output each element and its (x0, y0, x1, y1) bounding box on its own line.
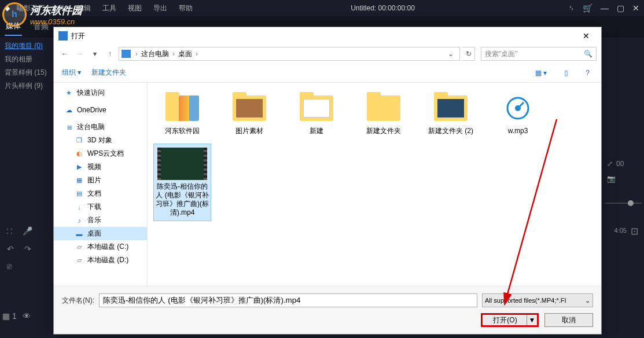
menu-help[interactable]: 帮助 (174, 2, 197, 14)
file-item-selected[interactable]: 陈奕迅-相信你的人 (电影《银河补习班》推广曲)(标清).mp4 (153, 144, 211, 221)
tree-disk-c[interactable]: ▱本地磁盘 (C:) (54, 240, 147, 254)
zoom-slider-track[interactable] (605, 203, 642, 204)
tree-music[interactable]: ♪音乐 (54, 214, 147, 227)
cancel-button[interactable]: 取消 (544, 313, 593, 327)
marker-icon[interactable]: ⎚ (7, 262, 12, 271)
tab-media[interactable]: 媒体 (5, 17, 22, 36)
pc-icon (122, 50, 131, 58)
music-icon: ♪ (75, 216, 84, 225)
crop-icon[interactable]: ⸬ (7, 226, 12, 236)
filename-label: 文件名(N): (62, 296, 94, 306)
tree-downloads[interactable]: ↓下载 (54, 200, 147, 214)
undo-icon[interactable]: ↶ (7, 244, 14, 254)
sidebar-bg-sample[interactable]: 背景样例 (15) (5, 66, 49, 79)
tab-audio[interactable]: 音频 (32, 18, 50, 35)
disk-icon: ▱ (75, 243, 84, 251)
eye-icon[interactable]: 👁 (23, 311, 31, 321)
minimize-icon[interactable]: — (601, 3, 609, 13)
tree-wps[interactable]: ◐WPS云文档 (54, 147, 147, 160)
media-sidebar: 我的项目 (0) 我的相册 背景样例 (15) 片头样例 (9) (0, 37, 53, 95)
file-item[interactable]: 新建文件夹 (2) (422, 89, 480, 139)
file-item[interactable]: 河东软件园 (153, 89, 211, 139)
open-button[interactable]: 打开(O) ▼ (481, 313, 539, 327)
nav-back-icon[interactable]: ← (58, 47, 71, 60)
tree-pictures[interactable]: ▦图片 (54, 174, 147, 187)
left-tool-column: ⸬🎤 ↶↷ ⎚ (2, 222, 52, 275)
nav-recent-icon[interactable]: ▾ (89, 47, 101, 60)
sidebar-my-project[interactable]: 我的项目 (0) (5, 39, 49, 53)
menu-export[interactable]: 导出 (149, 2, 172, 14)
file-item[interactable]: 图片素材 (220, 89, 278, 139)
camera-icon[interactable]: 📷 (607, 175, 616, 183)
tree-video[interactable]: ▶视频 (54, 160, 147, 174)
tree-this-pc[interactable]: 🖥这台电脑 (54, 120, 147, 134)
redo-icon[interactable]: ↷ (24, 244, 31, 254)
sidebar-header-sample[interactable]: 片头样例 (9) (5, 79, 49, 93)
file-label: 河东软件园 (165, 127, 200, 135)
desktop-icon: ▬ (75, 230, 84, 238)
layers-icon[interactable]: ▦ 1 (2, 311, 17, 321)
chevron-right-icon[interactable]: › (171, 50, 176, 58)
tree-onedrive[interactable]: ☁OneDrive (54, 104, 147, 116)
new-folder-button[interactable]: 新建文件夹 (91, 68, 126, 78)
nav-up-icon[interactable]: ↑ (104, 47, 116, 60)
cloud-icon: ☁ (64, 106, 73, 114)
menu-file[interactable]: 文件 (47, 2, 70, 14)
maximize-icon[interactable]: ▢ (617, 3, 624, 13)
menu-view[interactable]: 视图 (123, 2, 146, 14)
folder-tree: ★快速访问 ☁OneDrive 🖥这台电脑 ❒3D 对象 ◐WPS云文档 ▶视频… (54, 83, 148, 286)
dialog-nav: ← → ▾ ↑ › 这台电脑 › 桌面 › ⌄ ↻ 搜索"桌面" 🔍 (54, 45, 601, 63)
dialog-toolbar: 组织 ▾ 新建文件夹 ▦ ▾ ▯ ? (54, 63, 601, 83)
view-mode-icon[interactable]: ▦ ▾ (532, 68, 550, 78)
file-item[interactable]: 新建 (288, 89, 345, 139)
search-input[interactable]: 搜索"桌面" 🔍 (481, 47, 597, 61)
refresh-icon[interactable]: ↻ (462, 47, 475, 61)
open-dropdown-icon[interactable]: ▼ (527, 315, 537, 325)
search-placeholder: 搜索"桌面" (485, 49, 518, 59)
app-menubar: ◆ 喵影工厂 文件 编辑 工具 视图 导出 帮助 Untitled: 00:00… (0, 0, 644, 16)
user-icon[interactable]: ␌ (568, 3, 575, 13)
download-icon: ↓ (75, 203, 84, 211)
filename-input[interactable] (99, 293, 477, 307)
preview-pane-icon[interactable]: ▯ (561, 68, 572, 78)
sidebar-my-album[interactable]: 我的相册 (5, 53, 49, 66)
expand-icon[interactable]: ⤢ (607, 160, 613, 168)
mic-icon[interactable]: 🎤 (23, 226, 32, 236)
file-label: 新建 (310, 127, 323, 135)
close-app-icon[interactable]: ✕ (632, 3, 639, 13)
file-item[interactable]: w.mp3 (489, 89, 547, 139)
pc-tree-icon: 🖥 (64, 123, 73, 131)
help-icon[interactable]: ? (582, 68, 593, 78)
organize-button[interactable]: 组织 ▾ (62, 68, 81, 78)
dialog-icon (58, 31, 68, 41)
cart-icon[interactable]: 🛒 (583, 3, 593, 13)
file-grid: 河东软件园 图片素材 新建 新建文件夹 新建文件夹 (2) (148, 83, 601, 286)
menu-edit[interactable]: 编辑 (72, 2, 95, 14)
tree-disk-d[interactable]: ▱本地磁盘 (D:) (54, 254, 147, 267)
nav-forward-icon[interactable]: → (73, 47, 86, 60)
star-icon: ★ (64, 89, 73, 97)
breadcrumb-pc[interactable]: 这台电脑 (139, 49, 171, 59)
zoom-slider-thumb[interactable] (628, 200, 634, 206)
docs-icon: ▤ (75, 190, 84, 198)
breadcrumb-dropdown-icon[interactable]: ⌄ (444, 50, 457, 58)
chevron-right-icon[interactable]: › (134, 50, 139, 58)
tree-docs[interactable]: ▤文档 (54, 187, 147, 200)
pictures-icon: ▦ (75, 177, 84, 185)
file-item[interactable]: 新建文件夹 (355, 89, 413, 139)
menu-tools[interactable]: 工具 (98, 2, 121, 14)
breadcrumb-desktop[interactable]: 桌面 (176, 49, 194, 59)
chevron-down-icon: ⌄ (585, 297, 590, 304)
timeline-mark: 4:05 (614, 227, 627, 234)
app-logo-icon: ◆ (5, 4, 10, 12)
tree-quick-access[interactable]: ★快速访问 (54, 86, 147, 100)
file-filter-dropdown[interactable]: All supported files(*.MP4;*.FI ⌄ (482, 293, 593, 307)
tree-3d-objects[interactable]: ❒3D 对象 (54, 134, 147, 147)
chevron-right-icon[interactable]: › (194, 50, 199, 58)
file-label: 新建文件夹 (2) (428, 127, 473, 135)
tree-desktop[interactable]: ▬桌面 (54, 227, 147, 240)
cube-icon: ❒ (75, 137, 84, 145)
breadcrumb[interactable]: › 这台电脑 › 桌面 › ⌄ (119, 47, 460, 61)
fit-icon[interactable]: ⊡ (631, 226, 638, 237)
dialog-close-icon[interactable]: ✕ (576, 29, 597, 43)
